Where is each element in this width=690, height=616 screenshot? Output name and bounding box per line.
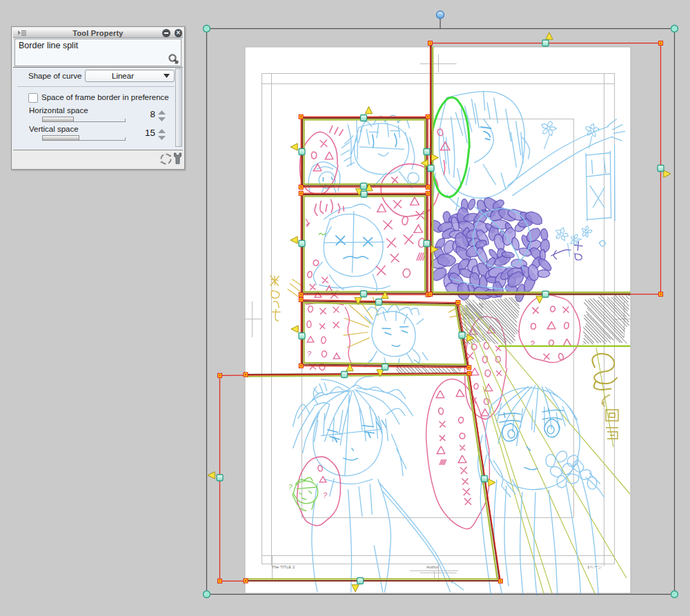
svg-text:?: ? bbox=[323, 491, 328, 499]
svg-text:The TITLE 2: The TITLE 2 bbox=[272, 565, 295, 569]
svg-text:?: ? bbox=[530, 339, 535, 349]
svg-text:?: ? bbox=[307, 350, 312, 358]
svg-text:?: ? bbox=[288, 484, 293, 491]
svg-text:Author: Author bbox=[426, 565, 439, 569]
svg-text:1ページ: 1ページ bbox=[587, 565, 602, 569]
